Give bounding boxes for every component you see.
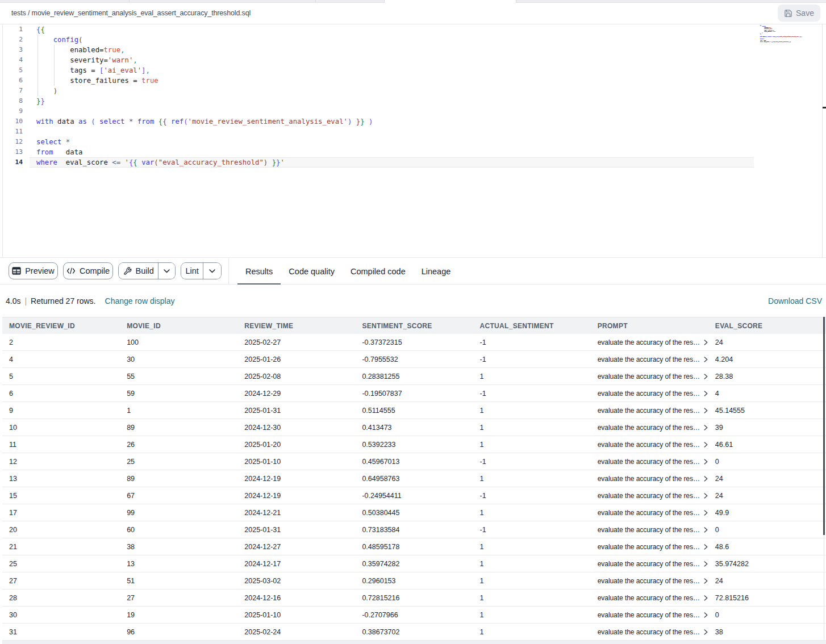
expand-prompt-icon[interactable]	[704, 442, 708, 448]
table-cell: evaluate the accuracy of the res…	[591, 424, 708, 432]
table-cell: 2	[2, 338, 120, 346]
table-cell: -1	[473, 458, 591, 466]
toolbar-buttons: Preview Compile Build	[9, 262, 222, 279]
line-number: 9	[0, 106, 23, 116]
table-cell: 20	[2, 526, 120, 534]
compile-button[interactable]: Compile	[63, 262, 113, 279]
expand-prompt-icon[interactable]	[704, 493, 708, 499]
table-cell: 2025-02-24	[237, 628, 355, 636]
table-cell: 96	[120, 628, 237, 636]
table-cell: 48.6	[708, 543, 826, 551]
expand-prompt-icon[interactable]	[704, 408, 708, 413]
expand-prompt-icon[interactable]	[704, 391, 708, 396]
expand-prompt-icon[interactable]	[704, 578, 708, 584]
code-icon	[66, 267, 76, 274]
expand-prompt-icon[interactable]	[704, 561, 708, 567]
build-dropdown-button[interactable]	[158, 263, 175, 279]
code-line: 5 tags = ['ai_eval'],	[0, 65, 826, 76]
code-line: 8}}	[0, 96, 826, 106]
line-number: 4	[0, 55, 23, 65]
table-cell: evaluate the accuracy of the res…	[591, 390, 708, 398]
code-line: 3 enabled=true,	[0, 45, 826, 55]
table-cell: evaluate the accuracy of the res…	[591, 356, 708, 363]
tab-results[interactable]: Results	[237, 258, 281, 285]
table-cell: evaluate the accuracy of the res…	[591, 543, 708, 551]
expand-prompt-icon[interactable]	[704, 612, 708, 618]
table-cell: 0.72815216	[355, 594, 473, 602]
table-cell: 38	[120, 543, 237, 551]
table-cell: 1	[473, 543, 591, 551]
table-cell: evaluate the accuracy of the res…	[591, 441, 708, 449]
compile-button-label: Compile	[80, 266, 110, 275]
table-row: 13892024-12-190.649587631evaluate the ac…	[2, 470, 826, 487]
build-button[interactable]: Build	[119, 263, 158, 279]
expand-prompt-icon[interactable]	[704, 544, 708, 550]
expand-prompt-icon[interactable]	[704, 629, 708, 635]
column-header-actual_sentiment: ACTUAL_SENTIMENT	[473, 322, 591, 330]
table-row: 11262025-01-200.53922331evaluate the acc…	[2, 436, 826, 453]
expand-prompt-icon[interactable]	[704, 595, 708, 601]
code-editor[interactable]: 1{{2 config(3 enabled=true,4 severity='w…	[0, 24, 826, 257]
table-cell: -0.2707966	[355, 611, 473, 619]
preview-button[interactable]: Preview	[9, 262, 58, 279]
table-horizontal-scrollbar[interactable]	[2, 641, 826, 644]
table-cell: 25	[120, 458, 237, 466]
expand-prompt-icon[interactable]	[704, 425, 708, 430]
expand-prompt-icon[interactable]	[704, 459, 708, 465]
column-header-sentiment_score: SENTIMENT_SCORE	[355, 322, 473, 330]
results-table: MOVIE_REVIEW_IDMOVIE_IDREVIEW_TIMESENTIM…	[2, 317, 826, 641]
line-number: 10	[0, 116, 23, 127]
column-header-review_time: REVIEW_TIME	[237, 322, 355, 330]
table-cell: 4	[2, 356, 120, 363]
table-cell: 1	[473, 594, 591, 602]
expand-prompt-icon[interactable]	[704, 527, 708, 533]
table-row: 28272024-12-160.728152161evaluate the ac…	[2, 589, 826, 607]
expand-prompt-icon[interactable]	[704, 357, 708, 362]
change-row-display-link[interactable]: Change row display	[105, 296, 175, 306]
lint-button[interactable]: Lint	[181, 263, 203, 279]
lint-button-label: Lint	[186, 266, 199, 275]
table-row: 15672024-12-19-0.24954411-1evaluate the …	[2, 487, 826, 504]
tab-compiled-code[interactable]: Compiled code	[343, 258, 414, 285]
table-vertical-scrollbar-thumb[interactable]	[823, 317, 825, 535]
table-cell: 28.38	[708, 373, 826, 380]
table-cell: 17	[2, 509, 120, 517]
preview-button-label: Preview	[25, 266, 55, 275]
code-line: 7 )	[0, 86, 826, 96]
status-separator: |	[24, 296, 27, 306]
build-split-button: Build	[118, 262, 176, 279]
lint-dropdown-button[interactable]	[203, 263, 221, 279]
tab-lineage[interactable]: Lineage	[414, 258, 459, 285]
table-cell: 21	[2, 543, 120, 551]
table-cell: -1	[473, 390, 591, 398]
line-number: 12	[0, 137, 23, 147]
expand-prompt-icon[interactable]	[704, 340, 708, 345]
table-cell: 2025-01-31	[237, 407, 355, 415]
chevron-down-icon	[164, 269, 170, 273]
table-cell: 5	[2, 373, 120, 380]
tab-code-quality[interactable]: Code quality	[281, 258, 343, 285]
table-row: 10892024-12-300.4134731evaluate the accu…	[2, 419, 826, 436]
table-cell: -1	[473, 356, 591, 363]
query-duration: 4.0s	[6, 296, 20, 306]
table-cell: 1	[473, 441, 591, 449]
table-cell: 45.14555	[708, 407, 826, 415]
code-line: 11	[0, 127, 826, 137]
table-cell: -1	[473, 338, 591, 346]
save-button[interactable]: Save	[778, 5, 820, 22]
table-cell: 89	[120, 475, 237, 483]
expand-prompt-icon[interactable]	[704, 510, 708, 516]
expand-prompt-icon[interactable]	[704, 374, 708, 379]
table-cell: evaluate the accuracy of the res…	[591, 407, 708, 415]
table-vertical-scrollbar-track	[824, 535, 824, 641]
download-csv-link[interactable]: Download CSV	[768, 285, 822, 317]
table-cell: 2024-12-19	[237, 492, 355, 500]
expand-prompt-icon[interactable]	[704, 476, 708, 482]
code-line: 2 config(	[0, 35, 826, 45]
table-cell: evaluate the accuracy of the res…	[591, 526, 708, 534]
table-cell: 13	[2, 475, 120, 483]
table-cell: 49.9	[708, 509, 826, 517]
table-cell: 1	[473, 407, 591, 415]
table-cell: 1	[120, 407, 237, 415]
table-cell: 26	[120, 441, 237, 449]
